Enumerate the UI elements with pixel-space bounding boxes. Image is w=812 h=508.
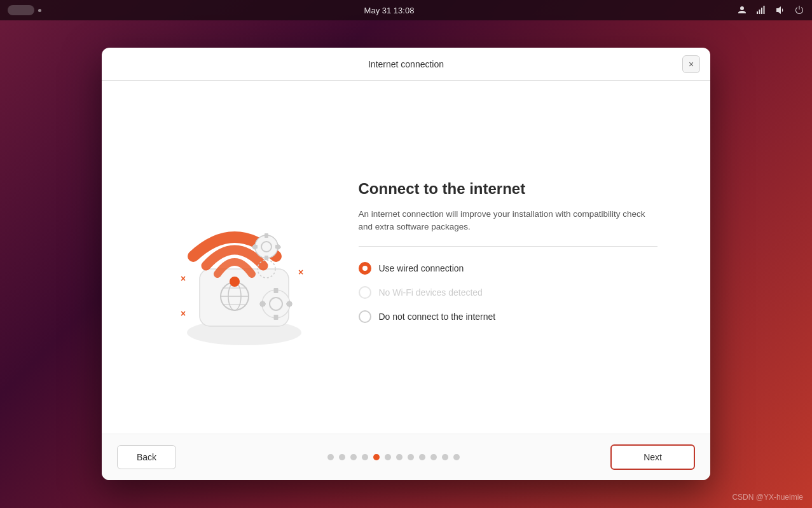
taskbar: May 31 13:08 bbox=[0, 0, 812, 20]
panel-heading: Connect to the internet bbox=[359, 180, 657, 198]
taskbar-pill bbox=[8, 5, 34, 15]
svg-point-12 bbox=[255, 235, 278, 258]
panel-description: An internet connection will improve your… bbox=[359, 208, 657, 234]
svg-point-22 bbox=[262, 290, 290, 318]
volume-icon[interactable] bbox=[775, 5, 785, 15]
option-no-internet[interactable]: Do not connect to the internet bbox=[359, 310, 657, 323]
svg-rect-25 bbox=[273, 315, 278, 320]
svg-rect-0 bbox=[757, 11, 758, 14]
network-icon[interactable] bbox=[756, 5, 766, 15]
taskbar-right bbox=[737, 5, 804, 15]
svg-rect-15 bbox=[265, 256, 268, 260]
option-wired-label: Use wired connection bbox=[379, 263, 464, 273]
page-dot-7 bbox=[396, 454, 403, 460]
svg-text:×: × bbox=[181, 308, 186, 319]
radio-wired bbox=[359, 262, 371, 275]
option-wired[interactable]: Use wired connection bbox=[359, 262, 657, 275]
taskbar-left bbox=[8, 5, 41, 15]
pagination-dots bbox=[327, 454, 460, 460]
page-dot-9 bbox=[419, 454, 425, 460]
page-dot-1 bbox=[327, 454, 334, 460]
page-dot-5 bbox=[373, 454, 380, 460]
svg-rect-1 bbox=[759, 10, 760, 14]
taskbar-datetime: May 31 13:08 bbox=[364, 6, 415, 15]
radio-no-internet bbox=[359, 310, 371, 323]
page-dot-4 bbox=[362, 454, 368, 460]
page-dot-2 bbox=[339, 454, 345, 460]
svg-point-11 bbox=[230, 277, 240, 287]
dialog-content: × × × Connect to the internet An interne… bbox=[102, 81, 710, 434]
next-button[interactable]: Next bbox=[610, 444, 695, 470]
page-dot-10 bbox=[430, 454, 437, 460]
internet-connection-dialog: Internet connection × bbox=[102, 48, 710, 480]
taskbar-dot-1 bbox=[38, 9, 41, 12]
power-icon[interactable] bbox=[794, 5, 804, 15]
dialog-titlebar: Internet connection × bbox=[102, 48, 710, 81]
page-dot-6 bbox=[385, 454, 391, 460]
back-button[interactable]: Back bbox=[117, 445, 176, 469]
dialog-close-button[interactable]: × bbox=[682, 55, 700, 73]
svg-rect-2 bbox=[761, 8, 762, 14]
taskbar-dots bbox=[38, 9, 41, 12]
panel-divider bbox=[359, 246, 657, 247]
page-dot-3 bbox=[350, 454, 357, 460]
right-panel: Connect to the internet An internet conn… bbox=[359, 180, 657, 335]
svg-text:×: × bbox=[181, 273, 186, 284]
option-no-internet-label: Do not connect to the internet bbox=[379, 312, 496, 322]
person-icon[interactable] bbox=[737, 5, 747, 15]
dialog-footer: Back Next bbox=[102, 434, 710, 480]
dialog-title: Internet connection bbox=[368, 59, 444, 69]
taskbar-center: May 31 13:08 bbox=[364, 6, 415, 15]
svg-rect-24 bbox=[273, 288, 278, 293]
page-dot-11 bbox=[442, 454, 448, 460]
radio-wifi bbox=[359, 286, 371, 299]
svg-rect-14 bbox=[265, 233, 268, 238]
svg-rect-3 bbox=[764, 6, 765, 14]
page-dot-8 bbox=[408, 454, 414, 460]
svg-text:×: × bbox=[298, 267, 303, 277]
watermark: CSDN @YX-hueimie bbox=[732, 493, 803, 502]
wifi-illustration: × × × bbox=[155, 167, 320, 348]
option-wifi-label: No Wi-Fi devices detected bbox=[379, 287, 483, 298]
page-dot-12 bbox=[453, 454, 460, 460]
option-wifi: No Wi-Fi devices detected bbox=[359, 286, 657, 299]
